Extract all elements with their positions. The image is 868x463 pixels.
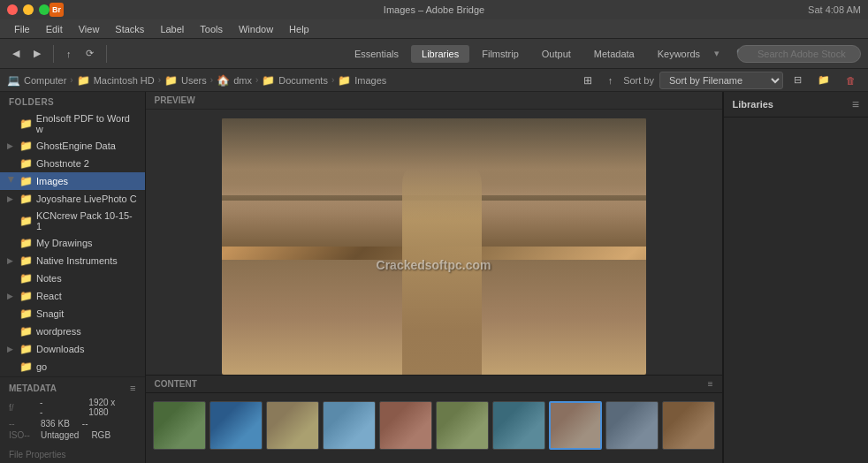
folder-item-kcncrew[interactable]: 📁 KCNcrew Pack 10-15-1 xyxy=(0,208,145,234)
toolbar: ◀ ▶ ↑ ⟳ Essentials Libraries Filmstrip O… xyxy=(0,39,868,69)
thumbnail-3[interactable] xyxy=(266,401,319,450)
tab-essentials[interactable]: Essentials xyxy=(344,45,409,63)
delete-button[interactable]: 🗑 xyxy=(841,72,861,88)
watermark: Crackedsoftpc.com xyxy=(377,258,491,272)
tab-output[interactable]: Output xyxy=(531,45,582,63)
tab-filmstrip[interactable]: Filmstrip xyxy=(471,45,529,63)
forward-button[interactable]: ▶ xyxy=(28,45,46,62)
libraries-menu-button[interactable]: ≡ xyxy=(852,97,859,111)
folder-icon: 📁 xyxy=(19,307,33,320)
folder-icon: 📁 xyxy=(19,343,33,355)
content-menu[interactable]: ≡ xyxy=(708,379,713,389)
menu-label[interactable]: Label xyxy=(153,22,191,36)
thumb-inner xyxy=(154,402,205,449)
folder-icon: 📁 xyxy=(19,361,33,373)
folder-item-snagit[interactable]: 📁 Snagit xyxy=(0,305,145,323)
folder-arrow: ▶ xyxy=(7,194,16,203)
thumbnail-5[interactable] xyxy=(379,401,432,450)
breadcrumb-dmx[interactable]: 🏠 dmx xyxy=(217,74,252,87)
folder-item-mydrawings[interactable]: 📁 My Drawings xyxy=(0,234,145,252)
folder-item-ghostengine[interactable]: ▶ 📁 GhostEngine Data xyxy=(0,137,145,155)
folder-icon: 📁 xyxy=(19,290,33,302)
folder-item-native-instruments[interactable]: ▶ 📁 Native Instruments xyxy=(0,252,145,269)
main-layout: Folders 📁 Enolsoft PDF to Word w ▶ 📁 Gho… xyxy=(0,92,868,463)
folder-item-images[interactable]: ▶ 📁 Images xyxy=(0,172,145,190)
breadcrumb-computer[interactable]: 💻 Computer xyxy=(7,74,66,87)
new-folder-button[interactable]: 📁 xyxy=(812,72,835,88)
sort-asc-button[interactable]: ↑ xyxy=(603,72,619,88)
window-controls[interactable] xyxy=(7,4,49,15)
thumbnail-8-selected[interactable] xyxy=(549,401,602,450)
view-toggle-button[interactable]: ⊟ xyxy=(788,72,807,88)
sidebar-left: Folders 📁 Enolsoft PDF to Word w ▶ 📁 Gho… xyxy=(0,92,146,463)
maximize-button[interactable] xyxy=(39,4,49,15)
thumbnail-6[interactable] xyxy=(436,401,489,450)
folder-icon: 📁 xyxy=(19,272,33,285)
preview-label: Preview xyxy=(146,92,722,110)
color-mode: RGB xyxy=(91,430,110,440)
folder-item-go[interactable]: 📁 go xyxy=(0,358,145,376)
menu-help[interactable]: Help xyxy=(282,22,316,36)
menu-stacks[interactable]: Stacks xyxy=(108,22,151,36)
folder-item-wordpress[interactable]: 📁 wordpress xyxy=(0,323,145,340)
structure-line-1 xyxy=(222,157,646,161)
computer-icon: 💻 xyxy=(7,74,20,87)
folder-item-react[interactable]: ▶ 📁 React xyxy=(0,287,145,305)
images-icon: 📁 xyxy=(338,74,351,87)
dimensions-value: 1920 x 1080 xyxy=(88,398,135,417)
nav-tabs-more[interactable]: ▾ xyxy=(714,48,720,59)
size-extra: -- xyxy=(82,419,88,429)
thumb-inner xyxy=(324,402,375,449)
toolbar-sep-1 xyxy=(53,45,54,63)
menu-tools[interactable]: Tools xyxy=(193,22,230,36)
folder-item-joyoshare[interactable]: ▶ 📁 Joyoshare LivePhoto C xyxy=(0,190,145,208)
back-button[interactable]: ◀ xyxy=(7,45,25,62)
menu-view[interactable]: View xyxy=(72,22,107,36)
app-icon: Br xyxy=(49,3,64,17)
tab-metadata[interactable]: Metadata xyxy=(583,45,645,63)
tab-libraries[interactable]: Libraries xyxy=(411,45,469,63)
view-filter-button[interactable]: ⊞ xyxy=(578,72,598,89)
thumbnail-4[interactable] xyxy=(323,401,376,450)
menu-edit[interactable]: Edit xyxy=(39,22,70,36)
close-button[interactable] xyxy=(7,4,18,15)
search-input[interactable] xyxy=(737,45,861,63)
thumbnail-9[interactable] xyxy=(605,401,659,450)
tab-keywords[interactable]: Keywords xyxy=(647,45,711,63)
metadata-title: Metadata xyxy=(9,383,57,393)
thumb-inner xyxy=(380,402,431,449)
folder-arrow-expanded: ▶ xyxy=(7,177,16,186)
folder-icon: 📁 xyxy=(19,215,33,227)
sort-selector[interactable]: Sort by Filename Sort by Date Created So… xyxy=(659,72,783,89)
breadcrumb-users[interactable]: 📁 Users xyxy=(164,74,207,87)
dmx-icon: 🏠 xyxy=(217,74,230,87)
aperture-label: f/ xyxy=(9,403,34,413)
menu-bar: File Edit View Stacks Label Tools Window… xyxy=(0,19,868,39)
sort-label: Sort by xyxy=(623,75,654,86)
breadcrumb-sep-1: › xyxy=(70,75,72,85)
folder-item-enolsoft[interactable]: 📁 Enolsoft PDF to Word w xyxy=(0,110,145,137)
menu-window[interactable]: Window xyxy=(232,22,280,36)
thumbnail-1[interactable] xyxy=(153,401,206,450)
breadcrumb-sep-3: › xyxy=(210,75,213,85)
folder-icon: 📁 xyxy=(19,254,33,267)
folder-item-ghostnote[interactable]: 📁 Ghostnote 2 xyxy=(0,155,145,172)
breadcrumb-macintosh-hd[interactable]: 📁 Macintosh HD xyxy=(77,74,155,87)
folder-item-downloads[interactable]: ▶ 📁 Downloads xyxy=(0,340,145,358)
folder-arrow: ▶ xyxy=(7,256,16,265)
refresh-button[interactable]: ⟳ xyxy=(80,45,99,62)
folder-icon: 📁 xyxy=(19,140,33,152)
folder-item-notes[interactable]: 📁 Notes xyxy=(0,269,145,287)
minimize-button[interactable] xyxy=(23,4,34,15)
metadata-header: Metadata ≡ xyxy=(9,383,136,393)
folder-list: 📁 Enolsoft PDF to Word w ▶ 📁 GhostEngine… xyxy=(0,110,145,376)
breadcrumb-images[interactable]: 📁 Images xyxy=(338,74,386,87)
thumbnail-2[interactable] xyxy=(209,401,263,450)
metadata-menu[interactable]: ≡ xyxy=(130,383,135,393)
thumbnail-7[interactable] xyxy=(492,401,545,450)
thumbnail-10[interactable] xyxy=(662,401,715,450)
menu-file[interactable]: File xyxy=(7,22,37,36)
breadcrumb-documents[interactable]: 📁 Documents xyxy=(262,74,328,87)
toolbar-sep-2 xyxy=(106,45,107,63)
up-button[interactable]: ↑ xyxy=(61,46,77,62)
